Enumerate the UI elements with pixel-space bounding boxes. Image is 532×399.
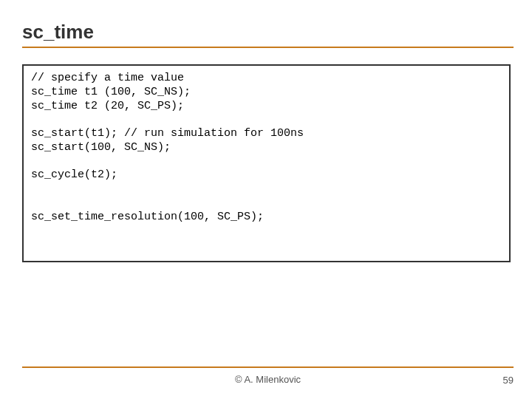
- code-block-2: sc_start(t1); // run simulation for 100n…: [31, 127, 304, 154]
- code-block-4: sc_set_time_resolution(100, SC_PS);: [31, 211, 264, 223]
- footer-row: © A. Milenkovic 59: [22, 372, 514, 386]
- slide-title: sc_time: [22, 21, 516, 44]
- slide-container: sc_time // specify a time value sc_time …: [0, 0, 532, 399]
- footer-divider: [22, 366, 514, 368]
- page-number: 59: [503, 375, 514, 386]
- slide-footer: © A. Milenkovic 59: [22, 366, 514, 386]
- code-block-3: sc_cycle(t2);: [31, 168, 117, 181]
- code-box: // specify a time value sc_time t1 (100,…: [22, 64, 511, 262]
- header-divider: [22, 47, 514, 48]
- footer-author: © A. Milenkovic: [235, 374, 301, 385]
- code-block-1: // specify a time value sc_time t1 (100,…: [31, 72, 191, 112]
